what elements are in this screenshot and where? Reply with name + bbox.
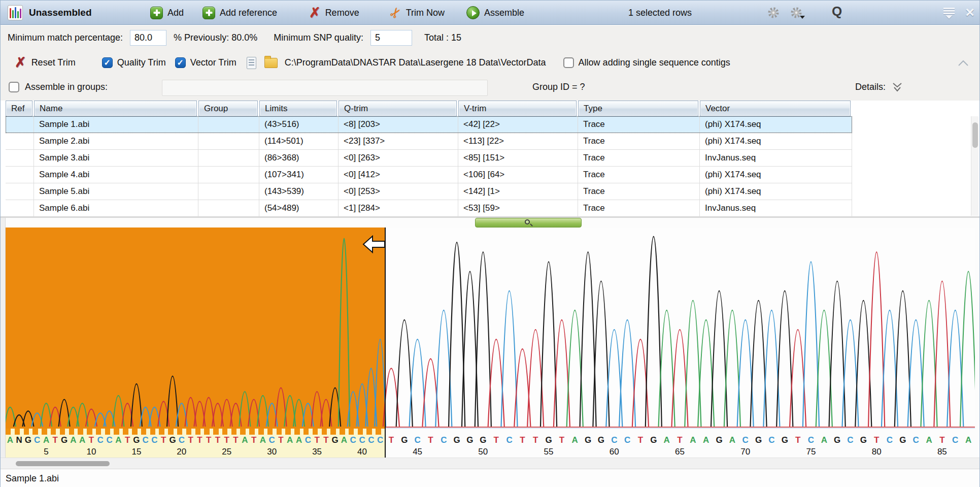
- unassembled-window: Unassembled Add Add reference ✗ Remove ✂…: [0, 0, 980, 487]
- base-call-letter: N: [16, 435, 22, 445]
- trace-left-gutter: [1, 218, 6, 458]
- base-call-letter: T: [493, 435, 498, 445]
- selection-status: 1 selected rows: [628, 1, 692, 25]
- panel-title: Unassembled: [29, 7, 92, 18]
- base-call-letter: C: [106, 435, 112, 445]
- q-view-icon[interactable]: Q: [832, 4, 842, 19]
- cell-q_trim: <23] [337>: [339, 133, 458, 149]
- base-call-letter: T: [638, 435, 643, 445]
- trim-handle-arrow-icon[interactable]: [362, 235, 386, 256]
- base-call-letter: C: [151, 435, 157, 445]
- vector-trim-checkbox[interactable]: ✓: [175, 57, 186, 68]
- base-call-letter: G: [401, 435, 408, 445]
- base-call-letter: T: [206, 435, 211, 445]
- assemble-play-icon: [466, 6, 480, 19]
- add-reference-button[interactable]: Add reference: [202, 1, 277, 25]
- add-plus-icon: [150, 7, 163, 19]
- quality-trim-checkbox[interactable]: ✓: [102, 57, 113, 68]
- ruler-number: 85: [937, 447, 947, 457]
- col-header-vector[interactable]: Vector: [700, 101, 851, 116]
- close-icon[interactable]: ✕: [965, 6, 975, 20]
- col-header-qtrim[interactable]: Q-trim: [339, 101, 457, 116]
- ruler-number: 60: [610, 447, 619, 457]
- cell-group: [198, 183, 259, 200]
- table-row[interactable]: Sample 6.abi(54>489)<1] [284><53] [59>Tr…: [6, 200, 852, 217]
- reset-trim-button[interactable]: ✗ Reset Trim: [15, 56, 76, 69]
- trim-boundary-line[interactable]: [385, 228, 386, 458]
- horizontal-scrollbar-thumb[interactable]: [16, 461, 110, 466]
- assemble-button[interactable]: Assemble: [466, 1, 524, 25]
- assemble-groups-checkbox[interactable]: [9, 82, 19, 92]
- cell-vector: InvJanus.seq: [700, 200, 852, 216]
- cell-q_trim: <1] [284>: [339, 200, 458, 216]
- table-scrollbar-thumb[interactable]: [972, 122, 978, 148]
- cell-ref: [6, 183, 34, 200]
- col-header-type[interactable]: Type: [578, 101, 698, 116]
- trim-now-button[interactable]: ✂ Trim Now: [390, 1, 445, 25]
- cell-vector: (phi) X174.seq: [700, 116, 852, 133]
- table-row[interactable]: Sample 3.abi(86>368)<0] [263><85] [151>T…: [6, 150, 852, 167]
- base-call-letter: C: [350, 435, 356, 445]
- cell-ref: [6, 116, 34, 133]
- details-double-chevron-icon[interactable]: [892, 82, 903, 92]
- ruler-number: 70: [740, 447, 750, 457]
- table-row[interactable]: Sample 2.abi(114>501)<23] [337><113] [22…: [6, 133, 852, 150]
- base-call-letter: A: [729, 435, 735, 445]
- settings-gear-icon[interactable]: [767, 6, 780, 19]
- add-button[interactable]: Add: [150, 1, 184, 25]
- col-header-group[interactable]: Group: [198, 101, 258, 116]
- base-call-letter: C: [887, 435, 893, 445]
- base-call-letter: G: [61, 435, 67, 445]
- base-call-letter: A: [821, 435, 827, 445]
- remove-x-icon: ✗: [309, 7, 321, 19]
- trace-peaks: [6, 228, 975, 429]
- base-call-letter: A: [260, 435, 266, 445]
- min-match-input[interactable]: [130, 30, 166, 46]
- cell-ref: [6, 150, 34, 166]
- cell-type: Trace: [578, 133, 700, 149]
- ruler-number: 40: [357, 447, 367, 457]
- base-call-letter: A: [690, 435, 696, 445]
- previously-label: % Previously: 80.0%: [174, 33, 257, 43]
- remove-button[interactable]: ✗ Remove: [309, 1, 359, 25]
- trim-comb-strip: [6, 429, 385, 435]
- cell-limits: (43>516): [259, 116, 339, 133]
- base-call-letter: C: [952, 435, 958, 445]
- cell-name: Sample 4.abi: [34, 167, 198, 183]
- allow-single-contigs-label: Allow adding single sequence contigs: [579, 57, 730, 68]
- settings-gear-dropdown-icon[interactable]: [790, 6, 803, 19]
- col-header-ref[interactable]: Ref: [6, 101, 32, 116]
- view-menu-icon[interactable]: [943, 8, 955, 18]
- allow-single-contigs-checkbox[interactable]: [563, 57, 574, 68]
- min-snp-input[interactable]: [370, 30, 412, 46]
- status-bar: Sample 1.abi: [1, 469, 979, 487]
- base-call-letter: A: [341, 435, 347, 445]
- cell-v_trim: <42] [22>: [458, 116, 578, 133]
- base-call-letter: C: [624, 435, 630, 445]
- min-snp-label: Minimum SNP quality:: [274, 33, 363, 43]
- base-call-letter: A: [703, 435, 709, 445]
- table-row[interactable]: Sample 1.abi(43>516)<8] [203><42] [22>Tr…: [6, 116, 852, 133]
- reset-trim-label: Reset Trim: [31, 57, 76, 68]
- base-call-letter: C: [97, 435, 104, 445]
- base-call-letter: T: [251, 435, 256, 445]
- group-pattern-input[interactable]: [162, 80, 488, 96]
- table-row[interactable]: Sample 4.abi(107>341)<0] [412><106] [64>…: [6, 167, 852, 183]
- col-header-name[interactable]: Name: [34, 101, 197, 116]
- base-call-letter: C: [368, 435, 374, 445]
- trace-zoom-slider[interactable]: [475, 218, 582, 228]
- base-call-letter: G: [545, 435, 552, 445]
- base-call-letter: A: [43, 435, 49, 445]
- trace-app-icon: [8, 5, 23, 20]
- table-vertical-scrollbar[interactable]: [971, 116, 978, 216]
- base-call-letter: A: [242, 435, 248, 445]
- total-label: Total : 15: [424, 33, 461, 43]
- table-row[interactable]: Sample 5.abi(143>539)<0] [253><142] [1>T…: [6, 183, 852, 200]
- cell-q_trim: <0] [253>: [339, 183, 458, 200]
- collapse-chevron-icon[interactable]: [958, 59, 969, 67]
- col-header-vtrim[interactable]: V-trim: [458, 101, 577, 116]
- horizontal-scrollbar[interactable]: [1, 458, 979, 469]
- open-folder-icon[interactable]: [264, 58, 278, 68]
- document-icon[interactable]: [247, 57, 256, 69]
- col-header-limits[interactable]: Limits: [259, 101, 337, 116]
